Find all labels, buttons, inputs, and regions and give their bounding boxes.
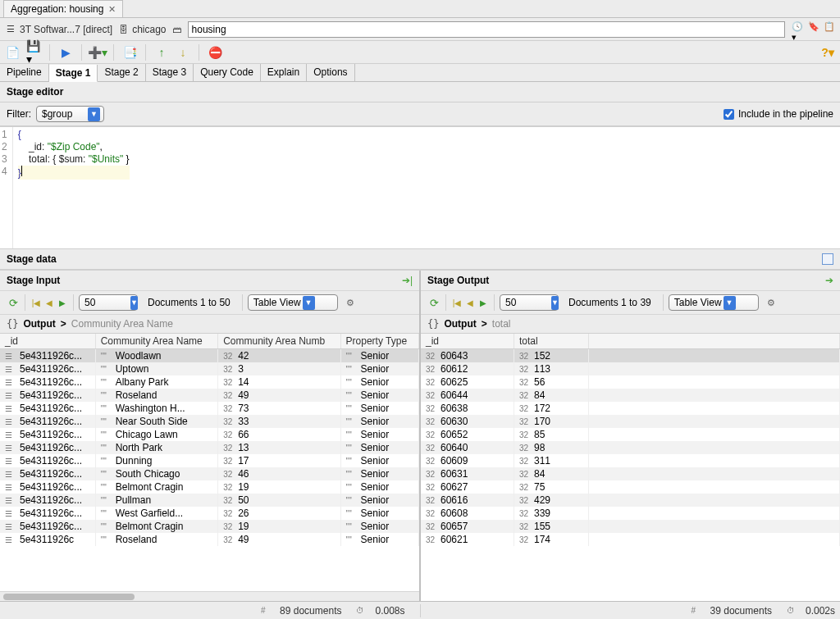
chevron-down-icon: ▼ bbox=[551, 296, 559, 310]
delete-stage-icon[interactable]: ⛔ bbox=[208, 45, 222, 60]
gear-icon[interactable]: ⚙ bbox=[765, 297, 777, 308]
pane-output-arrow-icon[interactable]: ➔| bbox=[402, 275, 413, 286]
server-icon: ☰ bbox=[5, 24, 16, 35]
prev-page-icon[interactable]: ◀ bbox=[43, 297, 55, 308]
stage-input-title: Stage Input bbox=[7, 275, 60, 286]
chevron-down-icon: ▼ bbox=[303, 296, 315, 310]
filter-operator-combo[interactable]: $group ▼ bbox=[36, 106, 104, 122]
table-row[interactable]: 326063032170 bbox=[421, 415, 840, 428]
bookmark-icon[interactable]: 🔖 bbox=[808, 21, 819, 33]
table-row[interactable]: ☰5e4311926c...""Near South Side3233""Sen… bbox=[0, 415, 419, 428]
tab-stage-1[interactable]: Stage 1 bbox=[49, 65, 98, 82]
table-row[interactable]: 326064332152 bbox=[421, 349, 840, 363]
table-row[interactable]: ☰5e4311926c...""Roseland3249""Senior bbox=[0, 389, 419, 402]
document-tab-bar: Aggregation: housing ✕ bbox=[0, 0, 840, 18]
table-row[interactable]: ☰5e4311926c...""Albany Park3214""Senior bbox=[0, 375, 419, 389]
table-row[interactable]: ☰5e4311926c...""Washington H...3273""Sen… bbox=[0, 402, 419, 415]
view-mode-combo[interactable]: Table View ▼ bbox=[248, 294, 338, 311]
table-row[interactable]: ☰5e4311926c...""Chicago Lawn3266""Senior bbox=[0, 428, 419, 441]
move-down-icon[interactable]: ↓ bbox=[176, 45, 190, 60]
next-page-icon[interactable]: ▶ bbox=[477, 297, 489, 308]
new-file-icon[interactable]: 📄 bbox=[5, 45, 20, 60]
col-community-area-number[interactable]: Community Area Numb bbox=[218, 334, 340, 349]
col-community-area-name[interactable]: Community Area Name bbox=[95, 334, 217, 349]
copy-icon[interactable]: 📑 bbox=[122, 45, 137, 60]
history-icon[interactable]: 🕓▾ bbox=[792, 26, 803, 38]
table-row[interactable]: 32606403298 bbox=[421, 441, 840, 454]
tab-options[interactable]: Options bbox=[307, 64, 354, 81]
input-time: ⏱0.008s bbox=[356, 605, 404, 617]
tab-explain[interactable]: Explain bbox=[261, 64, 307, 81]
run-icon[interactable]: ▶ bbox=[58, 45, 73, 60]
json-icon: {} bbox=[427, 318, 439, 330]
collection-crumb[interactable]: 🗃 bbox=[171, 24, 183, 35]
page-size-combo[interactable]: 50 ▼ bbox=[500, 294, 559, 311]
code-editor[interactable]: 1 2 3 4 { _id: "$Zip Code", total: { $su… bbox=[0, 126, 840, 249]
db-crumb[interactable]: 🗄 chicago bbox=[117, 24, 166, 35]
table-row[interactable]: ☰5e4311926c...""Belmont Cragin3219""Seni… bbox=[0, 520, 419, 533]
database-icon: 🗄 bbox=[117, 24, 129, 35]
pane-output-arrow-icon[interactable]: ➔ bbox=[825, 275, 833, 286]
table-row[interactable]: 32606443284 bbox=[421, 389, 840, 402]
table-row[interactable]: 326060832339 bbox=[421, 507, 840, 520]
table-row[interactable]: ☰5e4311926c...""Belmont Cragin3219""Seni… bbox=[0, 480, 419, 494]
table-row[interactable]: ☰5e4311926c...""Dunning3217""Senior bbox=[0, 454, 419, 467]
next-page-icon[interactable]: ▶ bbox=[57, 297, 68, 308]
tab-stage-3[interactable]: Stage 3 bbox=[146, 64, 194, 81]
col-id[interactable]: _id bbox=[0, 334, 95, 349]
table-row[interactable]: 32606313284 bbox=[421, 467, 840, 480]
close-tab-icon[interactable]: ✕ bbox=[108, 4, 116, 15]
table-row[interactable]: ☰5e4311926c...""South Chicago3246""Senio… bbox=[0, 467, 419, 480]
table-row[interactable]: ☰5e4311926c...""Uptown323""Senior bbox=[0, 362, 419, 375]
col-total[interactable]: total bbox=[514, 334, 589, 349]
table-row[interactable]: 326065732155 bbox=[421, 520, 840, 533]
first-page-icon[interactable]: |◀ bbox=[30, 297, 42, 308]
col-id[interactable]: _id bbox=[421, 334, 514, 349]
tab-stage-2[interactable]: Stage 2 bbox=[98, 64, 145, 81]
view-mode-combo[interactable]: Table View ▼ bbox=[669, 294, 759, 311]
input-table-wrap[interactable]: _id Community Area Name Community Area N… bbox=[0, 334, 419, 591]
tab-pipeline[interactable]: Pipeline bbox=[0, 64, 49, 81]
page-size-combo[interactable]: 50 ▼ bbox=[79, 294, 138, 311]
table-row[interactable]: ☰5e4311926c...""Pullman3250""Senior bbox=[0, 494, 419, 507]
include-in-pipeline-toggle[interactable]: Include in the pipeline bbox=[724, 108, 833, 120]
first-page-icon[interactable]: |◀ bbox=[451, 297, 463, 308]
save-icon[interactable]: 💾▾ bbox=[26, 45, 41, 60]
output-table-wrap[interactable]: _id total 326064332152326061232113326062… bbox=[421, 334, 840, 601]
move-up-icon[interactable]: ↑ bbox=[154, 45, 169, 60]
help-icon[interactable]: ?▾ bbox=[820, 45, 835, 60]
table-row[interactable]: ☰5e4311926c...""West Garfield...3226""Se… bbox=[0, 507, 419, 520]
clipboard-icon[interactable]: 📋 bbox=[824, 21, 835, 33]
table-row[interactable]: 32606253256 bbox=[421, 375, 840, 389]
editor-code[interactable]: { _id: "$Zip Code", total: { $sum: "$Uni… bbox=[13, 127, 135, 248]
table-row[interactable]: 32606273275 bbox=[421, 480, 840, 494]
table-row[interactable]: ☰5e4311926c...""North Park3213""Senior bbox=[0, 441, 419, 454]
table-row[interactable]: 326061232113 bbox=[421, 362, 840, 375]
stage-output-pane: Stage Output ➔ ⟳ |◀ ◀ ▶ 50 ▼ Documents 1… bbox=[419, 271, 840, 601]
document-tab[interactable]: Aggregation: housing ✕ bbox=[3, 0, 123, 17]
table-row[interactable]: ☰5e4311926c""Roseland3249""Senior bbox=[0, 533, 419, 546]
collection-icon: 🗃 bbox=[171, 24, 183, 35]
tab-query-code[interactable]: Query Code bbox=[194, 64, 261, 81]
output-time: ⏱0.002s bbox=[787, 605, 835, 617]
gear-icon[interactable]: ⚙ bbox=[345, 297, 356, 308]
table-row[interactable]: 32606523285 bbox=[421, 428, 840, 441]
add-stage-icon[interactable]: ➕▾ bbox=[90, 45, 105, 60]
col-property-type[interactable]: Property Type bbox=[340, 334, 418, 349]
table-row[interactable]: ☰5e4311926c...""Woodlawn3242""Senior bbox=[0, 349, 419, 363]
stage-data-header: Stage data bbox=[0, 249, 840, 270]
table-row[interactable]: 326062132174 bbox=[421, 533, 840, 546]
input-pane-toolbar: ⟳ |◀ ◀ ▶ 50 ▼ Documents 1 to 50 Table Vi… bbox=[0, 290, 419, 315]
stage-data-title: Stage data bbox=[7, 253, 57, 265]
collection-search-input[interactable] bbox=[188, 21, 786, 38]
collapse-panel-icon[interactable] bbox=[822, 253, 833, 265]
include-in-pipeline-checkbox[interactable] bbox=[724, 109, 734, 120]
table-row[interactable]: 326061632429 bbox=[421, 494, 840, 507]
server-crumb[interactable]: ☰ 3T Softwar...7 [direct] bbox=[5, 24, 112, 35]
prev-page-icon[interactable]: ◀ bbox=[464, 297, 476, 308]
table-row[interactable]: 326060932311 bbox=[421, 454, 840, 467]
refresh-icon[interactable]: ⟳ bbox=[7, 296, 20, 309]
table-row[interactable]: 326063832172 bbox=[421, 402, 840, 415]
horizontal-scrollbar[interactable] bbox=[0, 591, 419, 601]
refresh-icon[interactable]: ⟳ bbox=[427, 296, 441, 309]
